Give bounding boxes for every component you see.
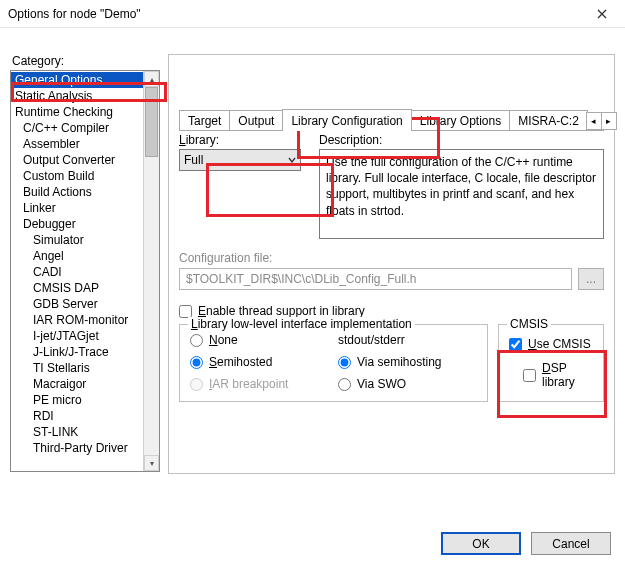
- category-item[interactable]: PE micro: [11, 392, 143, 408]
- category-item[interactable]: Static Analysis: [11, 88, 143, 104]
- category-item[interactable]: ST-LINK: [11, 424, 143, 440]
- cmsis-legend: CMSIS: [507, 317, 551, 331]
- category-item[interactable]: CADI: [11, 264, 143, 280]
- tab-scroll-left[interactable]: ◂: [586, 112, 602, 130]
- category-item[interactable]: Macraigor: [11, 376, 143, 392]
- category-item[interactable]: General Options: [11, 72, 143, 88]
- enable-thread-checkbox[interactable]: [179, 305, 192, 318]
- config-file-label: Configuration file:: [179, 251, 604, 265]
- category-item[interactable]: TI Stellaris: [11, 360, 143, 376]
- tab-misra-c-2[interactable]: MISRA-C:2: [509, 110, 588, 130]
- tab-target[interactable]: Target: [179, 110, 230, 130]
- category-item[interactable]: Linker: [11, 200, 143, 216]
- config-file-browse-button[interactable]: ...: [578, 268, 604, 290]
- cmsis-fieldset: CMSIS Use CMSIS DSP library: [498, 324, 604, 402]
- category-item[interactable]: Debugger: [11, 216, 143, 232]
- tabs: TargetOutputLibrary ConfigurationLibrary…: [179, 109, 604, 131]
- category-item[interactable]: Assembler: [11, 136, 143, 152]
- enable-thread-label: Enable thread support in library: [198, 304, 365, 318]
- category-item[interactable]: Angel: [11, 248, 143, 264]
- ok-button[interactable]: OK: [441, 532, 521, 555]
- category-label: Category:: [12, 54, 160, 68]
- category-item[interactable]: C/C++ Compiler: [11, 120, 143, 136]
- use-cmsis-checkbox[interactable]: Use CMSIS: [509, 337, 593, 351]
- category-item[interactable]: Build Actions: [11, 184, 143, 200]
- tab-library-options[interactable]: Library Options: [411, 110, 510, 130]
- category-item[interactable]: I-jet/JTAGjet: [11, 328, 143, 344]
- titlebar: Options for node "Demo": [0, 0, 625, 28]
- category-item[interactable]: IAR ROM-monitor: [11, 312, 143, 328]
- category-item[interactable]: Third-Party Driver: [11, 440, 143, 456]
- scroll-down-icon[interactable]: ▾: [144, 455, 159, 471]
- library-label: Library:: [179, 133, 301, 147]
- stdout-header: stdout/stderr: [338, 333, 442, 347]
- category-item[interactable]: J-Link/J-Trace: [11, 344, 143, 360]
- window-title: Options for node "Demo": [8, 7, 141, 21]
- scroll-up-icon[interactable]: ▴: [144, 71, 159, 87]
- close-button[interactable]: [587, 4, 617, 24]
- library-value: Full: [184, 153, 203, 167]
- chevron-down-icon: [288, 153, 296, 167]
- radio-iar-breakpoint: IAR breakpoint: [190, 377, 320, 391]
- description-label: Description:: [319, 133, 604, 147]
- category-item[interactable]: CMSIS DAP: [11, 280, 143, 296]
- category-scrollbar[interactable]: ▴ ▾: [143, 71, 159, 471]
- tab-scroll-right[interactable]: ▸: [601, 112, 617, 130]
- category-item[interactable]: Output Converter: [11, 152, 143, 168]
- tab-library-configuration[interactable]: Library Configuration: [282, 109, 411, 131]
- tab-output[interactable]: Output: [229, 110, 283, 130]
- lowlevel-legend: Library low-level interface implementati…: [188, 317, 415, 331]
- category-item[interactable]: GDB Server: [11, 296, 143, 312]
- library-dropdown[interactable]: Full: [179, 149, 301, 171]
- lowlevel-fieldset: Library low-level interface implementati…: [179, 324, 488, 402]
- radio-via-semihosting[interactable]: Via semihosting: [338, 355, 442, 369]
- radio-via-swo[interactable]: Via SWO: [338, 377, 442, 391]
- radio-semihosted[interactable]: Semihosted: [190, 355, 320, 369]
- dsp-library-checkbox[interactable]: DSP library: [523, 361, 593, 389]
- scroll-thumb[interactable]: [145, 87, 158, 157]
- category-item[interactable]: Runtime Checking: [11, 104, 143, 120]
- config-file-input: $TOOLKIT_DIR$\INC\c\DLib_Config_Full.h: [179, 268, 572, 290]
- category-item[interactable]: Simulator: [11, 232, 143, 248]
- description-text: Use the full configuration of the C/C++ …: [319, 149, 604, 239]
- radio-none[interactable]: None: [190, 333, 320, 347]
- cancel-button[interactable]: Cancel: [531, 532, 611, 555]
- close-icon: [597, 9, 607, 19]
- category-item[interactable]: RDI: [11, 408, 143, 424]
- category-list: General OptionsStatic AnalysisRuntime Ch…: [10, 70, 160, 472]
- options-panel: TargetOutputLibrary ConfigurationLibrary…: [168, 54, 615, 474]
- category-item[interactable]: Custom Build: [11, 168, 143, 184]
